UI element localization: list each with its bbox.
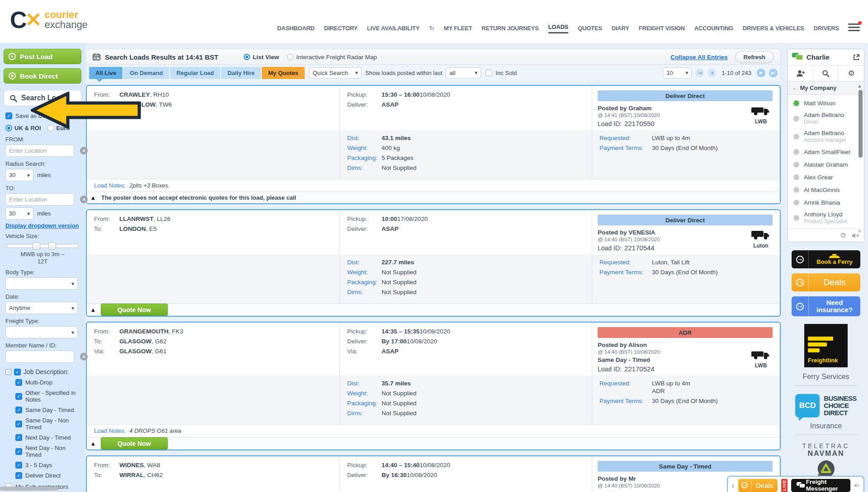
tab-all-live[interactable]: All Live xyxy=(89,67,123,79)
hamburger-menu-icon[interactable] xyxy=(848,23,860,33)
region-uk-label: UK & ROI xyxy=(14,125,41,131)
contact-row[interactable]: Matt Wilson xyxy=(788,97,858,109)
deals-mini-button[interactable]: → Deals xyxy=(738,479,778,492)
to-radius-select[interactable]: 30 xyxy=(5,207,33,220)
chat-settings-icon[interactable]: ⚙ xyxy=(840,231,846,239)
nav-diary[interactable]: DIARY xyxy=(612,25,629,33)
quick-search-select[interactable]: Quick Search xyxy=(309,67,362,79)
search-contacts-icon[interactable] xyxy=(813,66,839,81)
live-availability-refresh-icon[interactable]: ↻ xyxy=(429,24,434,33)
post-load-button[interactable]: Post Load xyxy=(4,49,81,64)
list-view-radio[interactable]: List View xyxy=(244,54,279,61)
nav-live-availability[interactable]: LIVE AVAILABILITY xyxy=(367,25,420,33)
job-next-day-timed[interactable]: Next Day - Timed xyxy=(15,434,80,441)
book-direct-button[interactable]: Book Direct xyxy=(4,68,81,84)
load-card: From:CRAWLEY, RH10 To:HOUNSLOW, TW6 Pick… xyxy=(86,85,781,204)
tab-my-quotes[interactable]: My Quotes xyxy=(262,67,304,79)
collapse-card-icon[interactable] xyxy=(91,441,95,446)
tab-daily-hire[interactable]: Daily Hire xyxy=(221,67,261,79)
refresh-button[interactable]: Refresh xyxy=(735,51,774,63)
collapse-job-description-icon[interactable]: − xyxy=(5,369,11,375)
nav-accounting[interactable]: ACCOUNTING xyxy=(694,25,733,33)
clear-from-icon[interactable]: ✕ xyxy=(80,147,88,155)
clear-to-icon[interactable]: ✕ xyxy=(80,196,88,203)
weight-value: Not Supplied xyxy=(382,390,416,397)
job-same-day-non-timed[interactable]: Same Day - Non Timed xyxy=(15,417,80,431)
first-page-icon[interactable]: |◀ xyxy=(695,69,704,77)
collapse-left-icon[interactable]: ‹ xyxy=(731,481,735,490)
slider-handle-max[interactable] xyxy=(48,242,56,250)
nav-freight-vision[interactable]: FREIGHT VISION xyxy=(639,25,685,33)
job-other[interactable]: Other - Specified in Notes xyxy=(15,389,80,403)
collapse-all-entries-link[interactable]: Collapse All Entries xyxy=(670,54,727,61)
freightlink-logo[interactable]: Freightlink xyxy=(804,324,848,367)
add-contact-icon[interactable] xyxy=(788,66,813,81)
clear-member-icon[interactable]: ✕ xyxy=(80,353,88,361)
radius-select[interactable]: 30 xyxy=(5,169,33,181)
job-deliver-direct[interactable]: Deliver Direct xyxy=(15,472,80,479)
quote-now-button[interactable]: Quote Now xyxy=(101,304,168,316)
prev-page-icon[interactable]: ◀ xyxy=(708,69,716,77)
vehicle-type: Luton xyxy=(749,229,773,249)
nav-my-fleet[interactable]: MY FLEET xyxy=(444,25,472,33)
page-size-select[interactable]: 10 xyxy=(663,67,692,79)
tab-regular-load[interactable]: Regular Load xyxy=(170,67,220,79)
contact-row[interactable]: Al MacGinnis xyxy=(788,183,858,196)
job-3-5-days[interactable]: 3 - 5 Days xyxy=(15,462,80,469)
collapse-card-icon[interactable] xyxy=(91,195,95,200)
my-company-section[interactable]: ⌄ My Company xyxy=(788,81,864,95)
contact-row[interactable]: Amrik Bhania xyxy=(788,196,858,209)
scrollbar-thumb[interactable] xyxy=(859,90,863,158)
from-location-input[interactable] xyxy=(5,145,74,157)
contacts-scrollbar[interactable]: ▲ ▼ xyxy=(858,84,863,234)
next-page-icon[interactable]: ▶ xyxy=(757,69,765,77)
need-insurance-ad[interactable]: → Need insurance? xyxy=(792,296,860,316)
nav-drivers-vehicles[interactable]: DRIVERS & VEHICLES xyxy=(743,25,804,33)
checkbox-checked-icon xyxy=(15,379,22,386)
job-label: Same Day - Non Timed xyxy=(25,417,80,431)
contact-row[interactable]: Adam SmallFleet xyxy=(788,145,858,158)
body-type-select[interactable] xyxy=(5,277,78,290)
job-multi-drop[interactable]: Multi-Drop xyxy=(15,379,80,386)
book-a-ferry-ad[interactable]: → Book a Ferry xyxy=(792,250,860,268)
bcd-logo[interactable]: BCD BUSINESS CHOICE DIRECT xyxy=(795,394,857,417)
contact-row[interactable]: Adam BeltranoAccount manager xyxy=(788,127,858,145)
last-page-icon[interactable]: ▶| xyxy=(769,69,778,77)
freight-messenger-button[interactable]: Freight Messenger xyxy=(791,479,851,492)
member-name-input[interactable] xyxy=(5,351,74,363)
quote-now-button[interactable]: Quote Now xyxy=(101,437,168,450)
radar-map-radio[interactable]: Interactive Freight Radar Map xyxy=(287,54,377,61)
collapse-card-icon[interactable] xyxy=(91,307,95,312)
vehicle-size-slider[interactable] xyxy=(6,244,79,248)
mute-icon[interactable] xyxy=(854,483,860,488)
slider-handle-min[interactable] xyxy=(33,242,40,250)
tab-on-demand[interactable]: On Demand xyxy=(123,67,169,79)
save-as-default-checkbox[interactable]: Save as Default xyxy=(5,112,80,119)
nav-directory[interactable]: DIRECTORY xyxy=(324,25,358,33)
nav-loads[interactable]: LOADS xyxy=(548,23,569,33)
job-same-day-timed[interactable]: Same Day - Timed xyxy=(15,407,80,413)
deals-ad[interactable]: → Deals xyxy=(792,273,860,291)
to-location-input[interactable] xyxy=(5,193,74,206)
nav-dashboard[interactable]: DASHBOARD xyxy=(277,25,315,33)
contact-row[interactable]: Adam BeltranoDriver xyxy=(788,109,858,127)
region-uk-radio[interactable]: UK & ROI xyxy=(5,125,41,131)
date-select[interactable]: Anytime xyxy=(5,302,78,314)
nav-drivers[interactable]: DRIVERS xyxy=(814,25,839,33)
job-description-checkbox[interactable] xyxy=(14,369,21,375)
settings-gear-icon[interactable]: ⚙ xyxy=(839,66,864,81)
posted-within-select[interactable]: all xyxy=(446,67,481,79)
vehicle-label: LWB xyxy=(749,118,773,125)
display-dropdown-version-link[interactable]: Display dropdown version xyxy=(5,222,80,229)
inc-sold-checkbox[interactable]: Inc Sold xyxy=(486,70,517,76)
region-euro-radio[interactable]: Euro xyxy=(47,125,70,131)
horizontal-scrollbar-thumb[interactable] xyxy=(0,487,59,491)
popout-icon[interactable] xyxy=(853,54,860,61)
nav-quotes[interactable]: QUOTES xyxy=(578,25,602,33)
nav-return-journeys[interactable]: RETURN JOURNEYS xyxy=(481,25,538,33)
contact-row[interactable]: Alex Grear xyxy=(788,171,858,183)
contact-row[interactable]: Anthony LloydProduct Specialist xyxy=(788,209,858,227)
contact-row[interactable]: Alastair Graham xyxy=(788,158,858,171)
freight-type-select[interactable] xyxy=(5,326,78,338)
job-next-day-non-timed[interactable]: Next Day - Non Timed xyxy=(15,445,80,458)
